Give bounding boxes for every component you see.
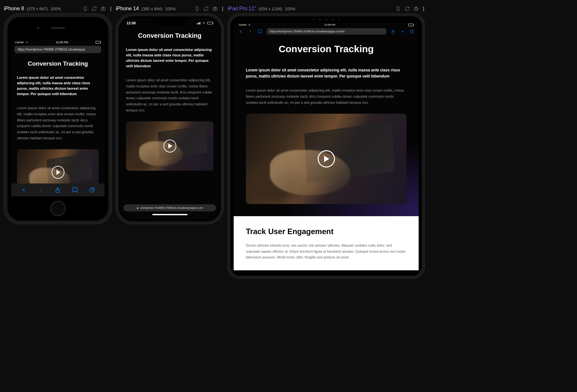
battery-icon [96,41,101,44]
camera-icon[interactable] [101,6,106,11]
home-button[interactable] [50,201,66,216]
lead-paragraph: Lorem ipsum dolor sit amet consectetur a… [17,75,99,97]
more-icon[interactable] [110,6,112,12]
play-icon[interactable] [318,150,335,167]
signal-icon [197,22,200,24]
back-icon[interactable] [238,29,243,34]
share-icon[interactable] [54,187,61,193]
device-zoom: 100% [50,6,61,11]
wifi-icon [248,24,251,26]
device-icon[interactable] [195,6,200,11]
device-name: iPhone 8 [4,6,24,12]
lead-paragraph: Lorem ipsum dolor sit amet consectetur a… [234,67,419,79]
svg-rect-10 [137,208,138,209]
battery-icon [408,24,414,26]
camera-icon[interactable] [213,6,218,11]
new-tab-icon[interactable] [400,29,405,34]
device-name: iPad Pro 11" [228,6,256,12]
battery-icon [207,22,213,24]
url-bar[interactable]: https://wordpress-784896-3788616.cloudwa… [14,46,101,53]
reload-icon[interactable] [204,6,209,11]
camera-icon[interactable] [414,6,419,11]
tabs-icon[interactable] [89,187,95,193]
device-icon[interactable] [396,6,401,11]
more-icon[interactable] [222,6,224,12]
url-bar[interactable]: wordpress-784896-3788616.cloudwaysapps.c… [123,204,216,211]
tabs-icon[interactable] [409,29,414,34]
bookmarks-icon[interactable] [72,187,78,193]
video-thumbnail[interactable] [17,149,99,186]
video-thumbnail[interactable] [126,121,213,171]
notch [152,16,188,25]
forward-icon[interactable] [38,187,44,193]
share-icon[interactable] [391,29,396,34]
carrier-label: Carrier [15,41,24,44]
body-paragraph: Lorem ipsum dolor sit amet consectetur a… [234,87,419,105]
browser-toolbar [11,184,105,196]
lock-icon [136,207,139,209]
page-title: Conversion Tracking [126,32,213,39]
svg-rect-5 [90,189,93,192]
wifi-icon [202,21,206,25]
more-icon[interactable] [422,6,425,12]
play-icon[interactable] [52,166,64,179]
svg-point-9 [214,8,216,10]
play-icon[interactable] [163,140,176,152]
video-thumbnail[interactable] [246,114,406,204]
bookmarks-icon[interactable] [257,29,262,34]
iphone8-frame: Carrier 12:08 PM https://wordpress-78489… [4,13,112,224]
section-body: Donec ultricies lobortis eros, nec aucto… [246,242,406,260]
device-dimensions: (834 x 1194) [259,6,282,11]
device-zoom: 100% [285,6,295,11]
lead-paragraph: Lorem ipsum dolor sit amet consectetur a… [126,47,213,69]
svg-rect-18 [410,31,413,33]
svg-point-14 [415,8,417,10]
svg-point-3 [103,8,104,10]
iphone14-frame: 12:08 Conversion Tracking Lorem ipsum do… [116,13,224,224]
camera-dot [37,27,39,29]
device-icon[interactable] [83,6,88,11]
body-paragraph: Lorem ipsum dolor sit amet consectetur a… [126,77,213,113]
url-text: wordpress-784896-3788616.cloudwaysapps.c… [140,206,203,209]
device-zoom: 100% [165,6,176,11]
reload-icon[interactable] [405,6,410,11]
device-dimensions: (375 x 667) [27,6,48,11]
carrier-label: Carrier [239,23,247,26]
page-title: Conversion Tracking [17,60,99,67]
status-time: 12:08 PM [324,23,335,26]
status-time: 12:08 [127,21,136,25]
reload-icon[interactable] [92,6,97,11]
speaker-slot [51,27,65,29]
forward-icon[interactable] [248,29,253,34]
camera-array [313,19,340,20]
body-paragraph: Lorem ipsum dolor sit amet consectetur a… [17,105,99,141]
device-dimensions: (390 x 844) [141,6,163,11]
wifi-icon [25,41,29,44]
ipad-frame: Carrier 12:08 PM https://wordpress-78489… [228,13,425,279]
status-time: 12:08 PM [56,41,68,44]
home-indicator[interactable] [152,214,188,215]
section-title: Track User Engagement [246,227,406,236]
back-icon[interactable] [21,187,27,193]
page-title: Conversion Tracking [234,44,419,54]
url-bar[interactable]: https://wordpress-784896-3788616.cloudwa… [267,28,386,35]
device-name: iPhone 14 [116,6,139,12]
